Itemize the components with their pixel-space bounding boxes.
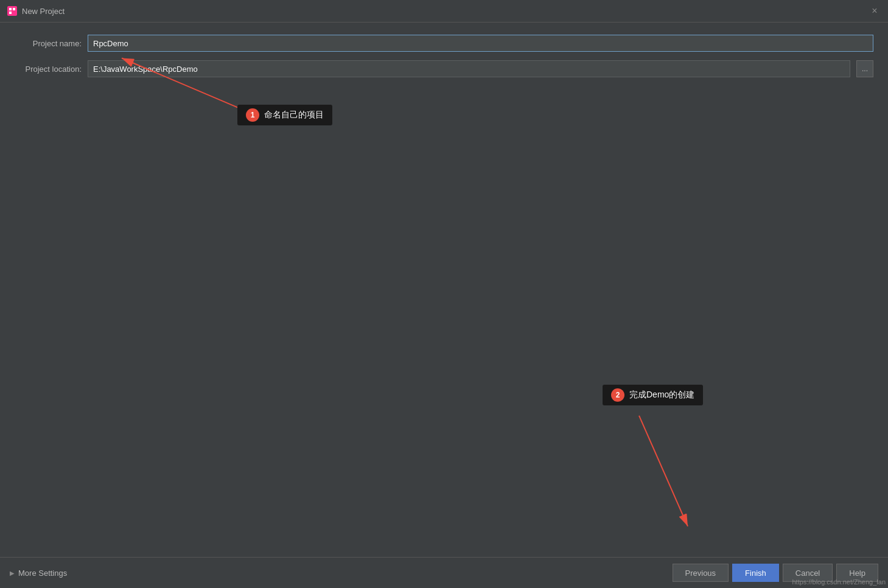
title-bar: New Project × <box>0 0 888 23</box>
app-icon <box>7 6 17 16</box>
content-area: Project name: Project location: ... 1 命名… <box>0 23 888 557</box>
svg-rect-3 <box>9 12 12 14</box>
more-settings-arrow-icon: ▶ <box>10 570 15 576</box>
watermark: https://blog.csdn.net/Zheng_lan <box>790 577 889 587</box>
annotation-bubble-2: 2 完成Demo的创建 <box>603 385 703 405</box>
project-name-row: Project name: <box>15 35 873 52</box>
new-project-dialog: New Project × Project name: Project loca… <box>0 0 888 588</box>
annotation-number-2: 2 <box>611 388 624 402</box>
dialog-title: New Project <box>22 7 869 16</box>
finish-button[interactable]: Finish <box>732 564 779 582</box>
more-settings-label: More Settings <box>18 569 67 578</box>
project-location-label: Project location: <box>15 65 82 74</box>
svg-rect-0 <box>7 6 17 16</box>
project-name-label: Project name: <box>15 39 82 48</box>
annotation-text-2: 完成Demo的创建 <box>629 390 694 401</box>
annotation-text-1: 命名自己的项目 <box>264 110 324 121</box>
annotation-arrows <box>0 23 888 557</box>
previous-button[interactable]: Previous <box>673 564 729 582</box>
project-location-row: Project location: ... <box>15 60 873 77</box>
project-name-input[interactable] <box>88 35 873 52</box>
project-location-input[interactable] <box>88 60 850 77</box>
svg-rect-1 <box>9 8 12 10</box>
svg-line-5 <box>639 416 688 527</box>
annotation-bubble-1: 1 命名自己的项目 <box>237 105 332 125</box>
annotation-number-1: 1 <box>246 108 259 122</box>
more-settings-toggle[interactable]: ▶ More Settings <box>10 569 67 578</box>
svg-rect-2 <box>13 8 15 10</box>
bottom-bar: ▶ More Settings Previous Finish Cancel H… <box>0 557 888 588</box>
close-button[interactable]: × <box>869 5 881 17</box>
browse-button[interactable]: ... <box>856 60 873 77</box>
